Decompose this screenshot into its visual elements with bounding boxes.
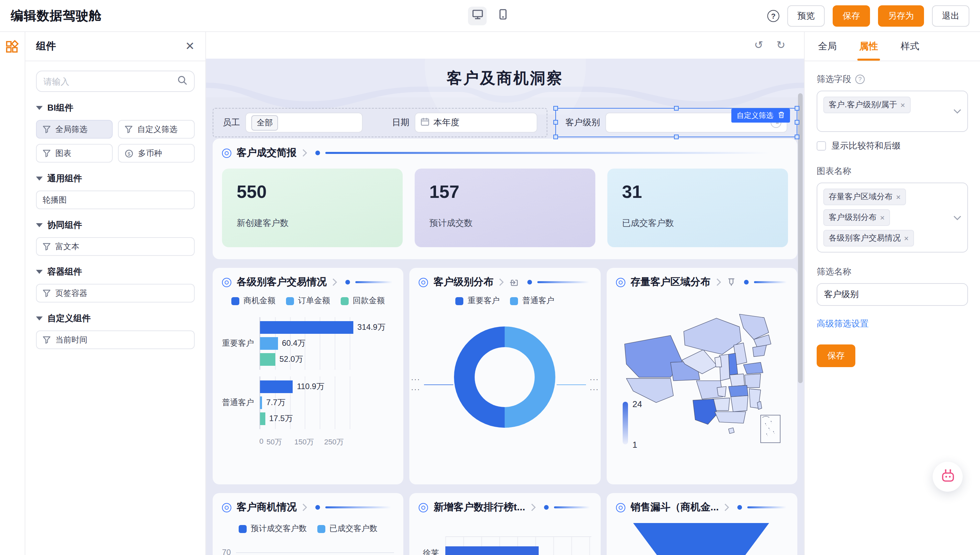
close-icon[interactable]: ✕: [185, 41, 195, 52]
resize-handle[interactable]: [553, 135, 558, 139]
chevron-down-icon: [953, 109, 961, 114]
map-inset-south-china-sea: [760, 415, 780, 443]
help-icon[interactable]: ?: [767, 10, 779, 22]
section-container-components[interactable]: 容器组件: [36, 266, 195, 278]
dashboard-board[interactable]: 客户及商机洞察 员工 全部 日期: [206, 59, 804, 555]
filter-name-input[interactable]: [817, 283, 968, 306]
tag-close-icon[interactable]: ×: [900, 100, 905, 110]
global-filter-group[interactable]: 员工 全部 日期 本年度: [213, 108, 547, 137]
donut-callout-right: ······: [557, 374, 599, 395]
resize-handle[interactable]: [674, 106, 678, 111]
bar: [260, 353, 275, 366]
export-icon[interactable]: [510, 278, 520, 287]
bar-chart-card[interactable]: 各级别客户交易情况 商机金额 订单金额 回款金额: [213, 268, 404, 484]
component-multi-currency[interactable]: $ 多币种: [118, 144, 195, 162]
map-chart-card[interactable]: 存量客户区域分布: [606, 268, 797, 484]
custom-filter-component-selected[interactable]: 自定义筛选 客户级别: [555, 108, 797, 137]
tab-style[interactable]: 样式: [901, 32, 919, 61]
ranking-chart-card[interactable]: 新增客户数排行榜t... 徐莱: [410, 493, 601, 555]
section-bullet-icon: [419, 278, 428, 287]
employee-filter-value[interactable]: 全部: [251, 115, 278, 130]
donut-ring: [454, 326, 556, 428]
collapse-triangle-icon: [36, 106, 43, 110]
y-axis-tick-row: 70: [222, 548, 394, 555]
resize-handle[interactable]: [674, 135, 678, 139]
funnel-chart-card[interactable]: 销售漏斗（商机金... 159.00万 验证客户: [606, 493, 797, 555]
show-comparator-checkbox-row[interactable]: 显示比较符和后缀: [817, 140, 968, 152]
component-current-time[interactable]: 当前时间: [36, 330, 195, 349]
kpi-summary-card[interactable]: 客户成交简报 550 新创建客户数 157: [213, 139, 797, 259]
chevron-right-icon: [724, 503, 729, 512]
field-tag: 客户.客户级别/属于 ×: [823, 96, 910, 113]
date-filter-value[interactable]: 本年度: [433, 117, 459, 128]
redo-icon[interactable]: ↻: [776, 40, 785, 51]
component-custom-filter[interactable]: 自定义筛选: [118, 120, 195, 139]
exit-button[interactable]: 退出: [932, 5, 969, 26]
ranking-bar-plot: 徐莱: [446, 536, 591, 555]
chevron-right-icon: [302, 149, 307, 157]
panel-save-button[interactable]: 保存: [817, 345, 855, 367]
employee-filter[interactable]: 员工 全部: [223, 112, 363, 133]
accent-line: [325, 506, 394, 508]
tag-close-icon[interactable]: ×: [896, 192, 901, 202]
resize-handle[interactable]: [795, 120, 799, 125]
component-tab-container[interactable]: 页签容器: [36, 284, 195, 303]
section-collab-components[interactable]: 协同组件: [36, 219, 195, 231]
trash-icon[interactable]: [778, 111, 785, 120]
funnel-icon: [43, 289, 51, 297]
legend-item: 普通客户: [510, 295, 554, 306]
chart-name-select[interactable]: 存量客户区域分布× 客户级别分布× 各级别客户交易情况×: [817, 183, 968, 252]
tag-close-icon[interactable]: ×: [904, 234, 909, 243]
resize-handle[interactable]: [553, 106, 558, 111]
component-carousel[interactable]: 轮播图: [36, 191, 195, 209]
left-rail: [0, 32, 25, 555]
donut-chart-card[interactable]: 客户级别分布 重要客户 普通客户: [410, 268, 601, 484]
components-icon[interactable]: [5, 40, 19, 555]
components-panel-title: 组件: [36, 40, 56, 53]
resize-handle[interactable]: [553, 120, 558, 125]
section-general-components[interactable]: 通用组件: [36, 173, 195, 184]
legend-item: 订单金额: [286, 295, 330, 306]
save-as-button[interactable]: 另存为: [878, 5, 924, 26]
undo-icon[interactable]: ↺: [754, 40, 763, 51]
filter-field-select[interactable]: 客户.客户级别/属于 ×: [817, 91, 968, 132]
tag-close-icon[interactable]: ×: [880, 213, 885, 222]
section-custom-components[interactable]: 自定义组件: [36, 313, 195, 324]
tab-global[interactable]: 全局: [818, 32, 837, 61]
component-chart[interactable]: 图表: [36, 144, 112, 162]
funnel-icon: [125, 125, 133, 133]
preview-button[interactable]: 预览: [787, 5, 825, 26]
component-global-filter[interactable]: 全局筛选: [36, 120, 112, 139]
question-circle-icon[interactable]: ?: [855, 75, 865, 84]
section-bullet-icon: [419, 503, 428, 512]
component-rich-text[interactable]: 富文本: [36, 237, 195, 256]
resize-handle[interactable]: [795, 135, 799, 139]
collapse-triangle-icon: [36, 176, 43, 181]
mobile-toggle-button[interactable]: [493, 6, 512, 25]
assistant-bot-button[interactable]: [933, 462, 963, 492]
section-bi-components[interactable]: BI组件: [36, 102, 195, 114]
resize-handle[interactable]: [795, 106, 799, 111]
advanced-filter-settings-link[interactable]: 高级筛选设置: [817, 318, 869, 330]
chevron-right-icon: [531, 503, 536, 512]
opportunity-chart-card[interactable]: 客户商机情况 预计成交客户数 已成交客户数 70: [213, 493, 404, 555]
collapse-triangle-icon: [36, 223, 43, 227]
search-input[interactable]: [43, 76, 172, 86]
bar: [260, 412, 265, 425]
svg-text:$: $: [128, 151, 131, 156]
phone-icon: [497, 9, 508, 22]
date-filter[interactable]: 日期 本年度: [392, 112, 537, 133]
components-panel: 组件 ✕ BI组件 全局筛选: [25, 32, 206, 555]
kpi-tile-new-customers: 550 新创建客户数: [222, 168, 403, 247]
drilldown-icon[interactable]: [726, 278, 736, 287]
accent-dot: [544, 505, 549, 510]
search-icon: [177, 75, 187, 88]
tab-properties[interactable]: 属性: [860, 32, 878, 61]
funnel-icon: [43, 125, 51, 133]
checkbox[interactable]: [817, 141, 826, 151]
save-button[interactable]: 保存: [833, 5, 870, 26]
map-legend: 24 1: [622, 402, 662, 446]
robot-icon: [940, 467, 956, 486]
funnel-icon: [43, 336, 51, 344]
desktop-toggle-button[interactable]: [468, 6, 487, 25]
